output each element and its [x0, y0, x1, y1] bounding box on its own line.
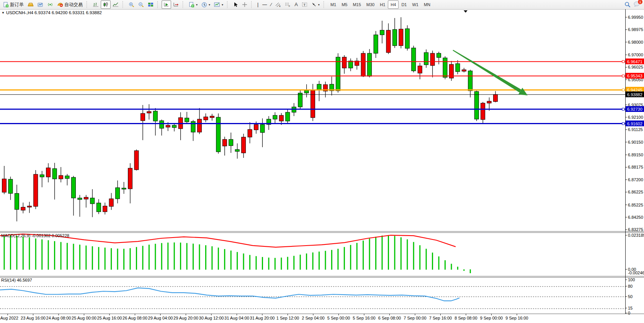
candle-body	[260, 125, 265, 133]
arrows-tool-button[interactable]: ▾	[309, 0, 322, 9]
gold-ingot-icon	[28, 2, 34, 7]
candle-body	[40, 175, 44, 177]
mt4-window: 新订单 自动交易	[0, 0, 644, 323]
new-chart-button[interactable]: ▾	[187, 0, 199, 9]
search-icon[interactable]	[624, 2, 631, 8]
price-tick-label: 6.88175	[628, 165, 643, 169]
candle-body	[437, 53, 441, 57]
candle-body	[317, 84, 321, 90]
signals-button[interactable]	[46, 0, 55, 9]
templates-button[interactable]: ▾	[212, 0, 225, 9]
line-anchor-handle[interactable]	[622, 75, 624, 77]
rsi-scale-label: 15	[628, 306, 633, 310]
cursor-tool-button[interactable]	[231, 0, 240, 9]
auto-scroll-button[interactable]	[162, 0, 171, 9]
timeframe-h1-button[interactable]: H1	[377, 0, 388, 9]
new-order-button[interactable]: 新订单	[1, 0, 26, 9]
zoom-out-icon	[138, 2, 144, 8]
chart-shift-button[interactable]	[171, 0, 181, 9]
price-badge-label: 6.95343	[627, 74, 642, 78]
trendline-tool-button[interactable]: ∕	[269, 0, 273, 9]
candle-body	[147, 111, 151, 113]
date-label: 23 Aug 16:00	[21, 316, 46, 320]
line-anchor-handle[interactable]	[622, 108, 624, 110]
label-tool-button[interactable]: T	[300, 0, 309, 9]
tile-windows-button[interactable]	[146, 0, 155, 9]
date-label: 6 Sep 08:00	[378, 316, 401, 320]
timeframe-w1-button[interactable]: W1	[409, 0, 421, 9]
toolbar-separator	[123, 1, 125, 8]
trendline-icon: ∕	[271, 2, 271, 7]
timeframe-d1-button[interactable]: D1	[399, 0, 409, 9]
crosshair-tool-button[interactable]	[240, 0, 249, 9]
rsi-scale-label: 80	[628, 284, 633, 289]
text-label-icon: T	[302, 2, 307, 7]
rsi-scale-label: 100	[628, 277, 635, 282]
bar-chart-icon	[93, 2, 99, 7]
price-tick-label: 6.97000	[628, 52, 643, 57]
line-anchor-handle[interactable]	[622, 61, 624, 63]
candle-body	[392, 30, 397, 46]
channel-tool-button[interactable]: E	[273, 0, 283, 9]
vline-tool-button[interactable]: |	[255, 0, 260, 9]
period-button[interactable]: ▾	[199, 0, 212, 9]
candle-body	[84, 197, 88, 199]
candle-body	[52, 169, 57, 179]
candle-body	[273, 115, 277, 119]
auto-trading-button[interactable]: 自动交易	[55, 0, 85, 9]
candle-body	[116, 188, 120, 199]
candle-body	[348, 61, 353, 68]
market-watch-button[interactable]	[36, 0, 46, 9]
timeframe-mn-button[interactable]: MN	[421, 0, 433, 9]
bar-chart-mode-button[interactable]	[91, 0, 101, 9]
timeframe-group: M1M5M15M30H1H4D1W1MN	[327, 0, 434, 9]
new-order-icon	[3, 2, 9, 8]
hline-tool-button[interactable]: —	[260, 0, 269, 9]
notifications-button[interactable]: 1	[634, 1, 640, 8]
candle-body	[254, 125, 258, 130]
candle-body	[279, 115, 283, 121]
date-label: 5 Sep 16:00	[353, 316, 375, 320]
timeframe-m15-button[interactable]: M15	[350, 0, 363, 9]
timeframe-m5-button[interactable]: M5	[339, 0, 350, 9]
toolbar: 新订单 自动交易	[0, 0, 644, 10]
candle-body	[96, 203, 101, 212]
candle-body	[342, 57, 347, 68]
date-label: 9 Sep 16:00	[505, 316, 528, 320]
line-chart-mode-button[interactable]	[111, 0, 121, 9]
candle-body	[153, 111, 157, 121]
clock-icon	[201, 2, 207, 8]
text-tool-button[interactable]: A	[293, 0, 300, 9]
candle-body	[65, 176, 69, 179]
candle-body	[210, 116, 214, 118]
line-anchor-handle[interactable]	[622, 123, 624, 125]
date-label: 30 Aug 12:00	[199, 316, 224, 320]
price-tick-label: 6.92100	[628, 115, 643, 120]
auto-trading-icon	[57, 2, 63, 7]
timeframe-m30-button[interactable]: M30	[364, 0, 377, 9]
svg-text:E: E	[279, 5, 281, 7]
zoom-out-button[interactable]	[136, 0, 146, 9]
new-chart-icon	[189, 2, 195, 8]
gold-button[interactable]	[26, 0, 36, 9]
chart-shift-marker[interactable]	[464, 10, 467, 13]
zoom-in-button[interactable]	[127, 0, 136, 9]
date-label: 9 Sep 00:00	[480, 316, 503, 320]
line-anchor-handle[interactable]	[622, 89, 624, 91]
candle-body	[386, 30, 391, 52]
date-label: 3 Aug 2022	[0, 316, 18, 320]
chart-shift-icon	[173, 2, 179, 7]
rsi-label: RSI(14) 46.5697	[1, 278, 32, 282]
date-label: 29 Aug 20:00	[173, 316, 198, 320]
chart-title: USDCNH-,H4 6.93374 6.94200 6.93331 6.938…	[6, 10, 102, 15]
candlestick-mode-button[interactable]	[101, 0, 111, 9]
equidistant-channel-icon: E	[275, 2, 281, 7]
date-label: 29 Aug 04:00	[148, 316, 173, 320]
timeframe-m1-button[interactable]: M1	[328, 0, 339, 9]
candle-body	[8, 179, 13, 193]
fibonacci-tool-button[interactable]: F	[283, 0, 293, 9]
toolbar-separator	[183, 1, 185, 8]
timeframe-h4-button[interactable]: H4	[388, 0, 399, 9]
candle-body	[494, 95, 498, 102]
cursor-icon	[233, 2, 238, 7]
